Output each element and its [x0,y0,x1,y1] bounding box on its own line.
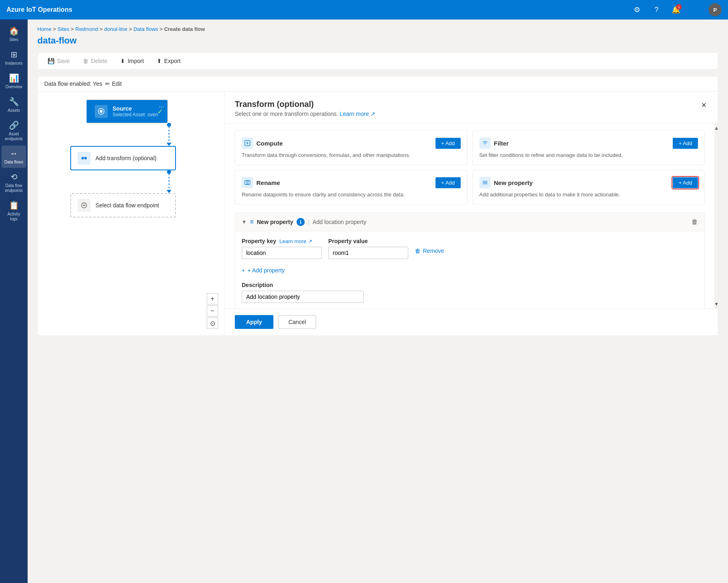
compute-add-label: + Add [441,140,455,146]
property-key-learn-more[interactable]: Learn more ↗ [280,238,312,244]
cancel-button[interactable]: Cancel [278,315,316,329]
panel-scroll-area: Compute + Add Transform data through con… [225,124,718,308]
breadcrumb-data-flows[interactable]: Data flows [133,26,158,32]
property-chevron[interactable]: ▼ [242,219,247,225]
source-node[interactable]: Source Selected Asset: oven ··· ✓ [87,100,168,123]
rename-desc: Rename datapoints to ensure clarity and … [242,191,461,198]
add-property-button[interactable]: + + Add property [242,265,285,275]
export-label: Export [164,58,180,64]
property-key-external-icon: ↗ [308,238,312,244]
save-button[interactable]: 💾 Save [44,56,73,66]
panel-close-button[interactable]: ✕ [700,100,708,111]
sidebar-item-sites[interactable]: 🏠 Sites [2,23,26,46]
filter-add-button[interactable]: + Add [673,138,698,149]
property-key-input[interactable] [242,247,322,259]
scroll-up-arrow[interactable]: ▲ [714,126,718,131]
enabled-label: Data flow enabled: Yes [44,80,102,87]
endpoint-node[interactable]: Select data flow endpoint [70,193,176,218]
new-property-card-header: New property + Add [479,177,698,188]
edit-label: Edit [112,80,121,87]
main-layout: 🏠 Sites ⊞ Instances 📊 Overview 🔧 Assets … [0,20,728,583]
property-section-delete-button[interactable]: 🗑 [691,218,698,226]
property-section-label: New property [257,219,293,225]
trash-icon: 🗑 [691,218,698,225]
source-info: Source Selected Asset: oven [113,105,158,117]
external-link-icon: ↗ [370,111,375,117]
canvas-container: Data flow enabled: Yes ✏ Edit [37,76,718,336]
property-key-field: Property key Learn more ↗ [242,238,322,259]
sidebar-item-assets[interactable]: 🔧 Assets [2,94,26,116]
description-input[interactable] [242,291,364,303]
sidebar-item-data-flow-endpoints[interactable]: ⟲ Data flow endpoints [2,169,26,196]
import-button[interactable]: ⬇ Import [117,56,147,66]
endpoint-label: Select data flow endpoint [95,202,159,209]
new-property-card-title: New property [479,177,533,188]
breadcrumb-donut-line[interactable]: donut-line [104,26,127,32]
learn-more-header-link[interactable]: Learn more ↗ [340,111,375,117]
sites-icon: 🏠 [9,26,19,36]
sidebar-label-instances: Instances [5,61,23,66]
sidebar: 🏠 Sites ⊞ Instances 📊 Overview 🔧 Assets … [0,20,28,583]
new-property-section: ▼ ≡ New property 1 | Add location proper… [235,213,705,308]
endpoint-icon [80,202,88,209]
property-value-input[interactable] [328,247,408,259]
compute-add-button[interactable]: + Add [436,138,461,149]
sidebar-label-sites: Sites [9,37,18,42]
new-property-desc: Add additional properties to data to mak… [479,191,698,198]
notifications-icon[interactable]: 🔔 1 [670,3,682,16]
sidebar-item-activity-logs[interactable]: 📋 Activity logs [2,197,26,225]
rename-add-button[interactable]: + Add [436,177,461,188]
property-value-field: Property value [328,238,408,259]
profile-icon[interactable] [689,3,702,16]
breadcrumb-sites[interactable]: Sites [58,26,69,32]
rename-add-label: + Add [441,180,455,186]
breadcrumb-home[interactable]: Home [37,26,52,32]
delete-button[interactable]: 🗑 Delete [80,56,110,66]
source-check: ✓ [157,107,163,116]
toolbar: 💾 Save 🗑 Delete ⬇ Import ⬆ Export [37,52,718,70]
edit-button[interactable]: ✏ Edit [105,80,121,87]
property-pipe: | [308,219,310,225]
sidebar-item-overview[interactable]: 📊 Overview [2,70,26,93]
app-title: Azure IoT Operations [6,6,630,13]
apply-button[interactable]: Apply [235,315,273,329]
instances-icon: ⊞ [11,50,17,59]
zoom-in-button[interactable]: + [207,293,218,305]
source-sub: Selected Asset: oven [113,112,158,117]
transform-icon-box [78,152,91,165]
description-section: Description [242,282,698,303]
filter-icon [482,140,488,146]
connector-arrow-1 [167,143,171,146]
sidebar-label-activity-logs: Activity logs [3,212,24,222]
filter-card-header: Filter + Add [479,137,698,149]
property-section-name: Add location property [312,219,688,225]
overview-icon: 📊 [9,73,19,83]
export-button[interactable]: ⬆ Export [154,56,184,66]
connector-line-1 [169,126,169,143]
settings-icon[interactable]: ⚙ [630,3,644,16]
new-property-add-button[interactable]: + Add [673,177,698,188]
sidebar-item-asset-endpoints[interactable]: 🔗 Asset endpoints [2,117,26,145]
scroll-down-arrow[interactable]: ▼ [714,302,718,307]
panel-subtitle: Select one or more transform operations.… [235,111,375,117]
rename-card-icon [242,177,253,188]
breadcrumb-redmond[interactable]: Redmond [75,26,98,32]
learn-more-header-label: Learn more [340,111,369,117]
source-icon [98,108,105,115]
page-area: Home > Sites > Redmond > donut-line > Da… [28,20,728,342]
add-property-plus: + [242,267,245,274]
zoom-out-button[interactable]: − [207,305,218,317]
new-property-label: New property [494,179,533,186]
help-icon[interactable]: ? [650,3,663,16]
transform-node[interactable]: Add transform (optional) [70,146,176,170]
filter-card-icon [479,137,491,149]
import-label: Import [128,58,144,64]
sidebar-item-instances[interactable]: ⊞ Instances [2,46,26,69]
sidebar-item-data-flows[interactable]: ↔ Data flows [2,146,26,168]
avatar[interactable]: P [708,3,722,16]
zoom-reset-button[interactable]: ⊙ [207,318,218,329]
property-section-icon: ≡ [250,218,254,226]
transform-cards-grid: Compute + Add Transform data through con… [235,131,705,204]
source-icon-box [95,105,108,118]
remove-property-button[interactable]: 🗑 Remove [415,248,444,254]
